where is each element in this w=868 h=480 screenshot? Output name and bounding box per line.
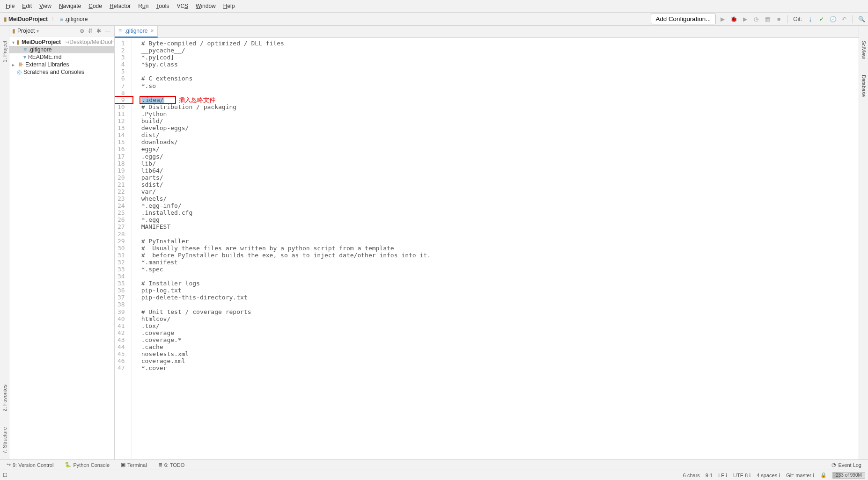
project-panel-title: Project — [17, 28, 35, 34]
editor-tab-gitignore[interactable]: ≡ .gitignore × — [115, 26, 158, 38]
tree-file-readme[interactable]: ▾ README.md — [9, 53, 114, 61]
annotation-label: 插入忽略文件 — [179, 96, 215, 104]
main-area: 1: Project 2: Favorites 7: Structure ▮ P… — [0, 26, 868, 459]
status-selection: 6 chars — [683, 473, 700, 478]
markdown-file-icon: ▾ — [23, 54, 26, 60]
tree-file-gitignore[interactable]: ≡ .gitignore — [9, 46, 114, 53]
editor-area: ≡ .gitignore × 1234567891011121314151617… — [115, 26, 859, 459]
editor-tab-label: .gitignore — [125, 28, 147, 34]
toolwin-tab-sciview[interactable]: SciView — [860, 35, 868, 65]
hide-panel-icon[interactable]: — — [104, 28, 111, 34]
library-icon: ⊪ — [19, 61, 23, 68]
breadcrumb-file-label: .gitignore — [65, 16, 88, 22]
memory-indicator[interactable]: 233 of 990M — [832, 472, 865, 479]
status-indent[interactable]: 4 spaces ⁞ — [757, 472, 780, 478]
code-editor[interactable]: 1234567891011121314151617181920212223242… — [115, 38, 859, 459]
todo-icon: ≣ — [158, 462, 162, 468]
toolwin-tab-favorites[interactable]: 2: Favorites — [1, 379, 8, 417]
status-bar: ☐ 6 chars 9:1 LF ⁞ UTF-8 ⁞ 4 spaces ⁞ Gi… — [0, 470, 868, 480]
breadcrumb-root-label: MeiDuoProject — [8, 16, 48, 22]
right-tool-window-strip: SciView Database — [859, 26, 868, 459]
folder-icon: ▮ — [16, 39, 20, 45]
tab-python-console[interactable]: 🐍 Python Console — [62, 461, 112, 469]
file-icon: ≡ — [60, 16, 63, 22]
tree-scratches[interactable]: ◎ Scratches and Consoles — [9, 68, 114, 76]
menu-file[interactable]: File — [2, 1, 18, 11]
git-pull-icon[interactable]: ⭭ — [806, 15, 815, 24]
editor-tabs: ≡ .gitignore × — [115, 26, 859, 38]
breadcrumb-project[interactable]: ▮ MeiDuoProject — [2, 15, 50, 23]
expand-arrow-icon[interactable]: ▾ — [12, 40, 15, 45]
expand-arrow-icon[interactable]: ▸ — [12, 62, 17, 67]
toolwindows-toggle-icon[interactable]: ☐ — [3, 472, 7, 478]
debug-icon[interactable]: 🐞 — [729, 15, 738, 24]
tab-terminal[interactable]: ▣ Terminal — [118, 461, 150, 469]
python-icon: 🐍 — [65, 462, 71, 468]
menu-tools[interactable]: Tools — [152, 1, 173, 11]
terminal-icon: ▣ — [121, 462, 125, 468]
run-icon[interactable]: ▶ — [718, 15, 727, 24]
menu-refactor[interactable]: Refactor — [106, 1, 134, 11]
chevron-right-icon: 〉 — [51, 16, 56, 22]
status-readonly-lock-icon[interactable]: 🔒 — [820, 472, 827, 478]
tab-label: Python Console — [73, 462, 110, 468]
tab-todo[interactable]: ≣ 6: TODO — [155, 461, 188, 469]
status-git-branch[interactable]: Git: master ⁞ — [786, 472, 815, 478]
toolwin-tab-project[interactable]: 1: Project — [1, 35, 8, 68]
menu-window[interactable]: Window — [192, 1, 220, 11]
menu-edit[interactable]: Edit — [18, 1, 36, 11]
locate-icon[interactable]: ⊕ — [79, 28, 85, 34]
navigation-bar: ▮ MeiDuoProject 〉 ≡ .gitignore Add Confi… — [0, 13, 868, 26]
tree-item-label: .gitignore — [29, 46, 51, 53]
profile-icon[interactable]: ◷ — [751, 15, 761, 24]
menu-help[interactable]: Help — [220, 1, 239, 11]
project-panel-header: ▮ Project ▾ ⊕ ⇵ ✱ — — [9, 26, 114, 36]
line-number-gutter: 1234567891011121314151617181920212223242… — [115, 38, 132, 459]
settings-icon[interactable]: ✱ — [96, 28, 102, 34]
memory-text: 233 of 990M — [833, 473, 865, 478]
status-caret-position[interactable]: 9:1 — [706, 473, 713, 478]
git-history-icon[interactable]: 🕘 — [828, 15, 838, 24]
menu-run[interactable]: Run — [134, 1, 152, 11]
search-everywhere-icon[interactable]: 🔍 — [857, 15, 866, 24]
tab-label: 9: Version Control — [13, 462, 53, 468]
stop-icon[interactable]: ■ — [774, 15, 783, 24]
status-encoding[interactable]: UTF-8 ⁞ — [733, 472, 751, 478]
add-configuration-button[interactable]: Add Configuration... — [651, 14, 716, 24]
menu-code[interactable]: Code — [85, 1, 106, 11]
tab-version-control[interactable]: ↪ 9: Version Control — [4, 461, 56, 469]
tree-root-label: MeiDuoProject — [22, 39, 61, 45]
close-tab-icon[interactable]: × — [150, 28, 154, 34]
tab-label: Terminal — [127, 462, 147, 468]
tree-external-libraries[interactable]: ▸ ⊪ External Libraries — [9, 61, 114, 68]
expand-all-icon[interactable]: ⇵ — [87, 28, 94, 34]
breadcrumb: ▮ MeiDuoProject 〉 ≡ .gitignore — [2, 15, 89, 23]
menu-navigate[interactable]: Navigate — [55, 1, 85, 11]
bottom-tool-tabs: ↪ 9: Version Control 🐍 Python Console ▣ … — [0, 459, 868, 470]
breadcrumb-file[interactable]: ≡ .gitignore — [58, 15, 89, 23]
menu-view[interactable]: View — [36, 1, 55, 11]
status-line-separator[interactable]: LF ⁞ — [718, 472, 728, 478]
left-tool-window-strip: 1: Project 2: Favorites 7: Structure — [0, 26, 9, 459]
run-with-coverage-icon[interactable]: ▶ — [740, 15, 750, 24]
code-content[interactable]: # Byte-compiled / optimized / DLL files_… — [132, 38, 859, 459]
menubar: File Edit View Navigate Code Refactor Ru… — [0, 0, 868, 13]
menu-vcs[interactable]: VCS — [173, 1, 192, 11]
tab-label: Event Log — [838, 462, 861, 468]
toolwin-tab-database[interactable]: Database — [860, 69, 868, 102]
git-commit-icon[interactable]: ✓ — [817, 15, 826, 24]
git-section-label: Git: — [793, 16, 802, 22]
file-icon: ≡ — [118, 28, 122, 34]
tree-item-label: External Libraries — [25, 61, 69, 68]
project-view-icon: ▮ — [12, 28, 15, 34]
tab-label: 6: TODO — [164, 462, 185, 468]
tree-root[interactable]: ▾ ▮ MeiDuoProject ~/Desktop/MeiDuoF — [9, 38, 114, 46]
concurrency-icon[interactable]: ▦ — [763, 15, 772, 24]
tab-event-log[interactable]: ◔ Event Log — [829, 461, 864, 469]
scratches-icon: ◎ — [17, 69, 22, 75]
event-log-icon: ◔ — [831, 462, 836, 468]
project-tree: ▾ ▮ MeiDuoProject ~/Desktop/MeiDuoF ≡ .g… — [9, 36, 114, 78]
git-revert-icon[interactable]: ↶ — [839, 15, 849, 24]
toolwin-tab-structure[interactable]: 7: Structure — [1, 422, 8, 459]
dropdown-icon[interactable]: ▾ — [37, 29, 39, 34]
